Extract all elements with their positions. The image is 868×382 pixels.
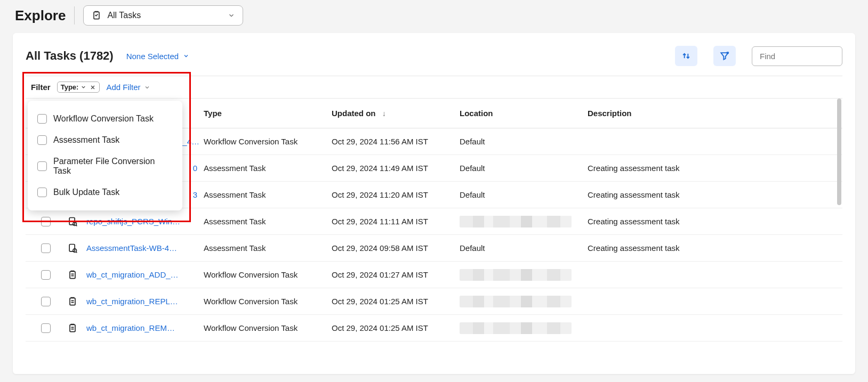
table-row: wb_ct_migration_ADD_… Workflow Conversio…	[26, 262, 842, 288]
clipboard-icon	[91, 10, 102, 21]
type-filter-dropdown: Workflow Conversion Task Assessment Task…	[28, 101, 182, 210]
table-row: wb_ct_migration_REM… Workflow Conversion…	[26, 315, 842, 342]
chevron-down-icon	[228, 12, 235, 19]
option-label: Bulk Update Task	[53, 188, 119, 197]
cell-updated: Oct 29, 2024 01:27 AM IST	[328, 270, 456, 279]
checkbox[interactable]	[37, 161, 47, 171]
redacted-location	[460, 269, 572, 281]
vertical-divider	[74, 6, 75, 25]
svg-rect-7	[70, 324, 75, 331]
clipboard-icon	[62, 270, 83, 280]
list-title: All Tasks (1782)	[26, 49, 114, 63]
checkbox[interactable]	[37, 135, 47, 145]
funnel-x-icon	[719, 51, 730, 61]
cell-description: Creating assessment task	[584, 217, 842, 226]
cell-location	[456, 296, 584, 307]
row-checkbox[interactable]	[41, 323, 51, 333]
task-name-link[interactable]: wb_ct_migration_REM…	[83, 323, 200, 332]
chevron-down-icon	[81, 84, 86, 90]
task-name-link[interactable]: wb_ct_migration_ADD_…	[83, 270, 200, 279]
task-name-link[interactable]: AssessmentTask-WB-4…	[83, 243, 200, 253]
filter-label: Filter	[31, 83, 51, 92]
table-row: wb_ct_migration_REPL… Workflow Conversio…	[26, 288, 842, 315]
cell-type: Workflow Conversion Task	[200, 137, 328, 146]
task-scope-label: All Tasks	[107, 11, 141, 20]
add-filter-button[interactable]: Add Filter	[106, 83, 150, 92]
clipboard-icon	[62, 296, 83, 307]
redacted-location	[460, 322, 572, 334]
col-updated-label: Updated on	[332, 109, 376, 118]
find-input[interactable]	[752, 46, 842, 66]
cell-type: Workflow Conversion Task	[200, 270, 328, 279]
cell-type: Workflow Conversion Task	[200, 323, 328, 332]
cell-location	[456, 322, 584, 334]
vertical-scrollbar[interactable]	[837, 99, 841, 342]
checkbox[interactable]	[37, 188, 47, 197]
row-checkbox[interactable]	[41, 270, 51, 280]
cell-location: Default	[456, 190, 584, 199]
svg-rect-5	[70, 271, 75, 278]
redacted-location	[460, 296, 572, 307]
task-scope-selector[interactable]: All Tasks	[83, 5, 243, 26]
sort-arrows-icon	[681, 51, 692, 61]
cell-type: Assessment Task	[200, 190, 328, 199]
filter-option-assessment[interactable]: Assessment Task	[32, 129, 178, 151]
sort-button[interactable]	[675, 46, 697, 66]
row-checkbox[interactable]	[41, 297, 51, 306]
option-label: Assessment Task	[53, 135, 119, 145]
cell-location	[456, 269, 584, 281]
filter-option-workflow-conversion[interactable]: Workflow Conversion Task	[32, 108, 178, 129]
task-name-link[interactable]: wb_ct_migration_REPL…	[83, 297, 200, 306]
cell-description: Creating assessment task	[584, 243, 842, 253]
row-checkbox[interactable]	[41, 243, 51, 253]
task-name-link[interactable]: repo_shiftjs_PCRS_Win…	[83, 217, 200, 226]
cell-location: Default	[456, 137, 584, 146]
cell-updated: Oct 29, 2024 11:56 AM IST	[328, 137, 456, 146]
filter-chip-type[interactable]: Type:	[57, 82, 100, 93]
col-description[interactable]: Description	[584, 109, 842, 118]
cell-type: Assessment Task	[200, 217, 328, 226]
table-row: AssessmentTask-WB-4… Assessment Task Oct…	[26, 235, 842, 262]
cell-updated: Oct 29, 2024 11:20 AM IST	[328, 190, 456, 199]
cell-description: Creating assessment task	[584, 190, 842, 199]
filter-option-parameter-file-conversion[interactable]: Parameter File Conversion Task	[32, 151, 178, 182]
col-location[interactable]: Location	[456, 109, 584, 118]
cell-type: Assessment Task	[200, 243, 328, 253]
filter-button[interactable]	[713, 46, 736, 66]
cell-location	[456, 216, 584, 227]
checkbox[interactable]	[37, 114, 47, 124]
page-title: Explore	[15, 7, 66, 24]
assessment-icon	[62, 243, 83, 254]
filter-chip-label: Type:	[61, 83, 79, 91]
svg-rect-1	[69, 217, 75, 224]
option-label: Parameter File Conversion Task	[53, 157, 173, 176]
filter-option-bulk-update[interactable]: Bulk Update Task	[32, 182, 178, 203]
table-row: repo_shiftjs_PCRS_Win… Assessment Task O…	[26, 208, 842, 235]
close-icon[interactable]	[90, 84, 96, 91]
col-updated[interactable]: Updated on ↓	[328, 109, 456, 118]
chevron-down-icon	[183, 53, 189, 59]
cell-updated: Oct 29, 2024 01:25 AM IST	[328, 297, 456, 306]
add-filter-label: Add Filter	[106, 83, 140, 92]
cell-location: Default	[456, 243, 584, 253]
col-type[interactable]: Type	[200, 109, 328, 118]
cell-updated: Oct 29, 2024 01:25 AM IST	[328, 323, 456, 332]
svg-rect-6	[70, 298, 75, 305]
cell-updated: Oct 29, 2024 11:49 AM IST	[328, 164, 456, 173]
cell-description: Creating assessment task	[584, 164, 842, 173]
svg-rect-3	[69, 244, 75, 251]
scrollbar-thumb[interactable]	[837, 99, 841, 205]
option-label: Workflow Conversion Task	[53, 114, 154, 124]
cell-updated: Oct 29, 2024 09:58 AM IST	[328, 243, 456, 253]
selection-dropdown[interactable]: None Selected	[126, 52, 189, 61]
cell-updated: Oct 29, 2024 11:11 AM IST	[328, 217, 456, 226]
cell-type: Assessment Task	[200, 164, 328, 173]
arrow-down-icon: ↓	[382, 109, 386, 118]
row-checkbox[interactable]	[41, 217, 51, 226]
cell-location: Default	[456, 164, 584, 173]
chevron-down-icon	[144, 84, 150, 91]
clipboard-icon	[62, 323, 83, 334]
cell-type: Workflow Conversion Task	[200, 297, 328, 306]
selection-label: None Selected	[126, 52, 179, 61]
assessment-icon	[62, 216, 83, 227]
